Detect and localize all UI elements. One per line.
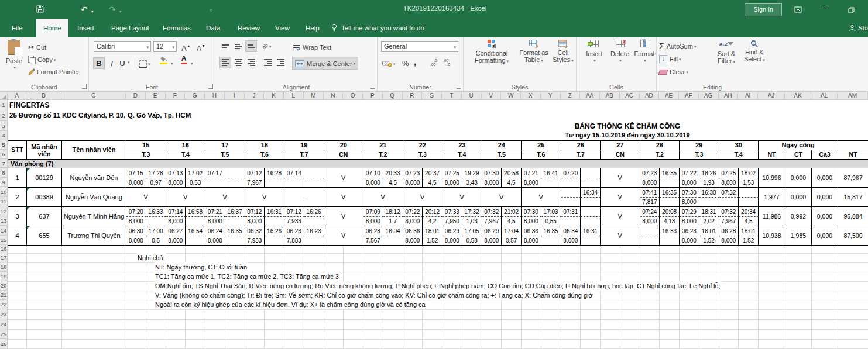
row-header-3[interactable]: 3 bbox=[0, 121, 8, 131]
hours-cell[interactable]: 8,000 bbox=[363, 217, 383, 226]
overtime-cell[interactable] bbox=[265, 178, 284, 188]
header-day-cell[interactable]: 16 bbox=[166, 141, 206, 150]
header-day-cell[interactable]: 17 bbox=[205, 141, 245, 150]
total-nt-cell[interactable]: 1,977 bbox=[759, 188, 785, 207]
overtime-cell[interactable]: 4,5 bbox=[502, 178, 522, 188]
hours-cell[interactable] bbox=[561, 217, 581, 226]
overtime-cell[interactable] bbox=[304, 236, 324, 246]
time-in-cell[interactable]: 06:24 bbox=[205, 226, 225, 236]
header-day-cell[interactable]: 22 bbox=[403, 141, 443, 150]
column-header-H[interactable]: H bbox=[205, 92, 225, 100]
time-out-cell[interactable] bbox=[225, 168, 245, 178]
orientation-button[interactable]: ab▾ bbox=[262, 40, 272, 51]
overtime-cell[interactable]: 1,52 bbox=[739, 236, 759, 246]
italic-button[interactable]: I bbox=[107, 58, 117, 68]
absence-cell[interactable]: V bbox=[601, 188, 640, 207]
absence-cell[interactable]: V bbox=[166, 188, 206, 207]
absence-cell[interactable]: V bbox=[324, 226, 364, 246]
header-day-cell[interactable]: 21 bbox=[363, 141, 403, 150]
time-in-cell[interactable]: 07:31 bbox=[561, 207, 581, 217]
column-header-AE[interactable]: AE bbox=[659, 92, 679, 100]
increase-indent-button[interactable] bbox=[275, 57, 286, 68]
overtime-cell[interactable]: 0,58 bbox=[462, 236, 482, 246]
time-in-cell[interactable]: 06:23 bbox=[680, 226, 699, 236]
decrease-font-size-button[interactable]: A▼ bbox=[197, 40, 205, 51]
time-out-cell[interactable]: 16:33 bbox=[660, 226, 680, 236]
time-in-cell[interactable]: 07:13 bbox=[166, 168, 186, 178]
hours-cell[interactable]: 8,000 bbox=[245, 217, 265, 226]
fill-button[interactable]: ↓Fill▾ bbox=[659, 53, 681, 64]
overtime-cell[interactable]: 1,52 bbox=[423, 236, 442, 246]
time-in-cell[interactable] bbox=[640, 226, 660, 236]
hours-cell[interactable]: 8,000 bbox=[166, 217, 186, 226]
alignment-dialog-launcher-icon[interactable] bbox=[370, 84, 375, 89]
overtime-cell[interactable] bbox=[225, 217, 245, 226]
top-align-button[interactable] bbox=[220, 41, 231, 51]
overtime-cell[interactable] bbox=[225, 178, 245, 188]
overtime-cell[interactable] bbox=[581, 198, 601, 207]
employee-code-cell[interactable]: 00129 bbox=[27, 168, 62, 188]
time-in-cell[interactable]: 07:14 bbox=[166, 207, 186, 217]
note-line-cell[interactable]: TC1: Tăng ca mức 1, TC2: Tăng ca mức 2, … bbox=[154, 272, 340, 281]
hours-cell[interactable]: 8,000 bbox=[442, 178, 462, 188]
time-in-cell[interactable]: 06:32 bbox=[245, 226, 265, 236]
column-header-AA[interactable]: AA bbox=[580, 92, 600, 100]
time-out-cell[interactable]: 18:01 bbox=[699, 226, 719, 236]
time-out-cell[interactable]: 17:02 bbox=[186, 168, 205, 178]
overtime-cell[interactable]: 4,5 bbox=[739, 217, 759, 226]
total-nt2-cell[interactable]: 87,967 bbox=[838, 168, 868, 188]
clear-button[interactable]: Clear▾ bbox=[659, 66, 688, 77]
column-header-T[interactable]: T bbox=[442, 92, 462, 100]
time-out-cell[interactable]: 16:31 bbox=[581, 226, 601, 236]
note-line-cell[interactable]: NT: Ngày thường, CT: Cuối tuần bbox=[154, 262, 248, 272]
overtime-cell[interactable]: 1,53 bbox=[739, 178, 759, 188]
header-day-cell[interactable]: 24 bbox=[482, 141, 522, 150]
time-out-cell[interactable]: 18:02 bbox=[739, 168, 759, 178]
time-in-cell[interactable]: 07:23 bbox=[640, 168, 660, 178]
row-header-24[interactable]: 24 bbox=[0, 319, 8, 329]
time-out-cell[interactable]: 20:58 bbox=[502, 168, 522, 178]
align-left-button[interactable] bbox=[220, 57, 231, 68]
header-day-cell[interactable]: 20 bbox=[324, 141, 364, 150]
hours-cell[interactable] bbox=[719, 198, 739, 207]
header-weekday-cell[interactable]: T.4 bbox=[442, 150, 482, 160]
hours-cell[interactable]: 8,000 bbox=[403, 217, 423, 226]
row-header-5[interactable]: 5 bbox=[0, 140, 8, 150]
absence-cell[interactable]: V bbox=[522, 188, 561, 207]
time-out-cell[interactable]: 16:34 bbox=[581, 188, 601, 198]
time-in-cell[interactable]: 07:12 bbox=[245, 207, 265, 217]
time-out-cell[interactable]: 20:34 bbox=[739, 207, 759, 217]
column-header-C[interactable]: C bbox=[61, 92, 126, 100]
sign-in-button[interactable]: Sign in bbox=[745, 3, 782, 16]
column-header-B[interactable]: B bbox=[26, 92, 61, 100]
overtime-cell[interactable]: 0,55 bbox=[541, 217, 561, 226]
column-header-V[interactable]: V bbox=[482, 92, 502, 100]
time-out-cell[interactable]: 17:05 bbox=[462, 226, 482, 236]
time-out-cell[interactable]: 16:26 bbox=[265, 226, 284, 236]
note-line-cell[interactable]: V: Vắng (không có chấm công); Tr: Đi trễ… bbox=[154, 291, 594, 300]
report-title-cell[interactable]: BẢNG THỐNG KÊ CHẤM CÔNG bbox=[575, 122, 681, 130]
header-weekday-cell[interactable]: T.6 bbox=[245, 150, 285, 160]
header-day-cell[interactable]: 28 bbox=[640, 141, 680, 150]
fill-color-caret-icon[interactable]: ▾ bbox=[171, 61, 173, 66]
total-nt-cell[interactable]: 10,938 bbox=[759, 226, 785, 246]
font-size-combobox[interactable]: 12▾ bbox=[153, 41, 177, 52]
time-in-cell[interactable]: 07:22 bbox=[403, 207, 423, 217]
row-header-17[interactable]: 17 bbox=[0, 253, 8, 262]
header-stt-cell[interactable]: STT bbox=[8, 141, 27, 160]
row-header-7[interactable]: 7 bbox=[0, 159, 8, 168]
overtime-cell[interactable] bbox=[146, 217, 166, 226]
time-in-cell[interactable]: 06:28 bbox=[363, 226, 383, 236]
hours-cell[interactable]: 8,000 bbox=[522, 178, 541, 188]
total-ct-cell[interactable]: 0,000 bbox=[785, 168, 812, 188]
time-in-cell[interactable]: 06:28 bbox=[719, 226, 739, 236]
absence-cell[interactable]: V bbox=[601, 207, 640, 226]
column-header-F[interactable]: F bbox=[166, 92, 186, 100]
hours-cell[interactable]: 7,967 bbox=[245, 178, 265, 188]
time-in-cell[interactable]: 07:20 bbox=[126, 207, 146, 217]
hours-cell[interactable]: 8,000 bbox=[126, 178, 146, 188]
time-out-cell[interactable]: 16:33 bbox=[146, 207, 166, 217]
header-weekday-cell[interactable]: T.7 bbox=[284, 150, 324, 160]
hours-cell[interactable]: 8,000 bbox=[166, 178, 186, 188]
time-in-cell[interactable]: 06:30 bbox=[126, 226, 146, 236]
